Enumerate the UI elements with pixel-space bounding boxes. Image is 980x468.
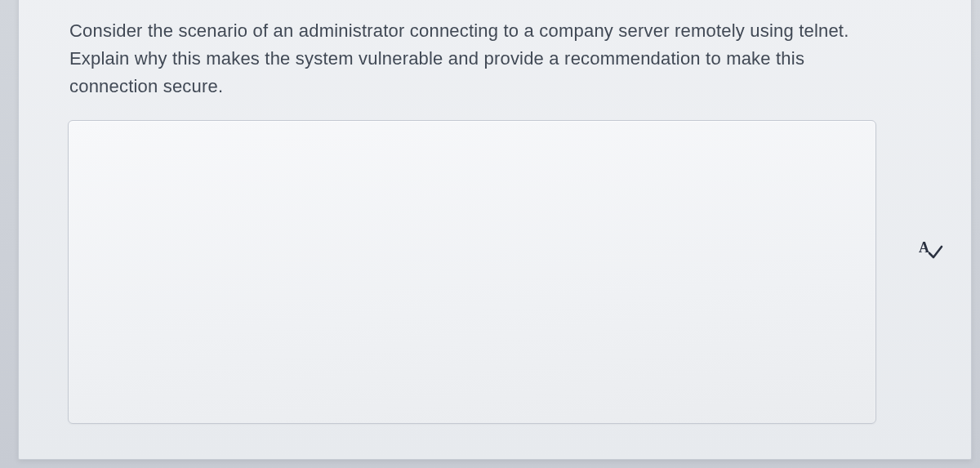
- spellcheck-button[interactable]: A: [917, 238, 945, 262]
- answer-textarea[interactable]: [68, 120, 876, 424]
- question-prompt: Consider the scenario of an administrato…: [69, 17, 857, 100]
- svg-text:A: A: [919, 239, 929, 256]
- question-card: Consider the scenario of an administrato…: [18, 0, 972, 460]
- spellcheck-icon: A: [919, 239, 943, 261]
